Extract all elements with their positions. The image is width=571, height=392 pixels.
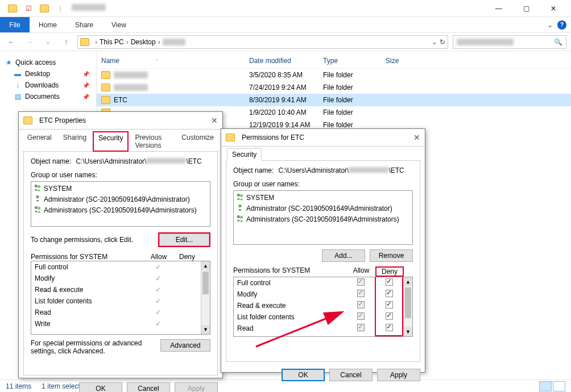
deny-checkbox[interactable] <box>386 301 393 308</box>
user-item[interactable]: Administrator (SC-201905091649\Administr… <box>34 194 208 205</box>
maximize-button[interactable]: ▢ <box>513 1 539 16</box>
allow-mark: ✓ <box>155 286 161 294</box>
tab-sharing[interactable]: Sharing <box>58 131 92 152</box>
user-item[interactable]: SYSTEM <box>34 183 208 194</box>
properties-dialog: ETC Properties ✕ General Sharing Securit… <box>18 111 223 378</box>
user-icon <box>236 193 244 202</box>
close-button[interactable]: ✕ <box>540 1 566 16</box>
up-button[interactable]: ↑ <box>59 35 73 49</box>
edit-button[interactable]: Edit... <box>159 233 209 246</box>
user-icon <box>236 214 244 224</box>
tab-previous-versions[interactable]: Previous Versions <box>130 131 175 152</box>
deny-checkbox[interactable] <box>386 278 393 286</box>
col-type[interactable]: Type <box>318 57 381 65</box>
search-input[interactable]: 🔍 <box>453 35 566 49</box>
tab-customize[interactable]: Customize <box>176 131 219 152</box>
advanced-button[interactable]: Advanced <box>160 339 210 352</box>
history-chevron-icon[interactable]: ⌄ <box>41 35 55 49</box>
cancel-button[interactable]: Cancel <box>127 382 170 392</box>
scrollbar[interactable]: ▲ ▼ <box>201 261 210 334</box>
tab-general[interactable]: General <box>22 131 57 152</box>
permission-row: Read✓ <box>31 307 201 318</box>
user-label: Administrators (SC-201905091649\Administ… <box>44 206 197 214</box>
file-row[interactable]: 7/24/2019 9:24 AMFile folder <box>97 81 571 94</box>
scroll-up-icon[interactable]: ▲ <box>404 277 412 286</box>
close-icon[interactable]: ✕ <box>211 116 218 125</box>
col-name[interactable]: Name ˄ <box>97 57 245 65</box>
documents-icon: ▤ <box>14 93 22 101</box>
view-large-icon[interactable] <box>553 381 565 391</box>
breadcrumb-this-pc[interactable]: This PC <box>100 38 124 46</box>
title-blur <box>72 4 106 11</box>
forward-button[interactable]: → <box>23 35 36 49</box>
help-icon[interactable]: ? <box>557 20 566 30</box>
user-list[interactable]: SYSTEMAdministrator (SC-201905091649\Adm… <box>233 190 413 245</box>
user-item[interactable]: SYSTEM <box>236 192 410 203</box>
deny-header: Deny <box>173 253 201 261</box>
scroll-down-icon[interactable]: ▼ <box>404 327 412 336</box>
tab-view[interactable]: View <box>102 17 135 32</box>
user-list[interactable]: SYSTEMAdministrator (SC-201905091649\Adm… <box>31 181 210 227</box>
permission-label: Write <box>31 320 144 328</box>
scroll-thumb[interactable] <box>405 287 411 318</box>
deny-checkbox[interactable] <box>386 312 393 320</box>
sidebar-item-documents[interactable]: ▤ Documents 📌 <box>6 91 96 102</box>
svg-point-1 <box>38 185 40 188</box>
col-size[interactable]: Size <box>381 57 427 65</box>
allow-checkbox[interactable] <box>357 290 365 297</box>
svg-point-5 <box>237 194 240 197</box>
svg-point-3 <box>35 206 38 209</box>
file-row[interactable]: ETC8/30/2019 9:41 AMFile folder <box>97 94 571 106</box>
group-users-label: Group or user names: <box>31 171 210 179</box>
allow-checkbox[interactable] <box>357 324 365 331</box>
quick-access[interactable]: ★ Quick access <box>6 57 96 68</box>
refresh-icon[interactable]: ↻ <box>440 38 445 46</box>
tab-security[interactable]: Security <box>227 148 262 161</box>
qat-checkbox-icon[interactable]: ☑ <box>24 4 33 13</box>
col-date[interactable]: Date modified <box>245 57 318 65</box>
breadcrumb-blur <box>163 39 185 45</box>
apply-button[interactable]: Apply <box>175 382 218 392</box>
allow-checkbox[interactable] <box>357 278 365 286</box>
deny-checkbox[interactable] <box>386 290 393 297</box>
user-item[interactable]: Administrators (SC-201905091649\Administ… <box>236 214 410 224</box>
close-icon[interactable]: ✕ <box>413 133 420 142</box>
user-item[interactable]: Administrators (SC-201905091649\Administ… <box>34 205 208 215</box>
allow-checkbox[interactable] <box>357 312 365 320</box>
back-button[interactable]: ← <box>5 35 18 49</box>
scroll-thumb[interactable] <box>202 272 209 294</box>
address-bar[interactable]: › This PC › Desktop › ⌄ ↻ <box>77 35 448 49</box>
minimize-button[interactable]: — <box>486 1 512 16</box>
address-dropdown-icon[interactable]: ⌄ <box>432 38 437 46</box>
apply-button[interactable]: Apply <box>377 369 420 381</box>
permission-label: Full control <box>31 263 144 271</box>
object-name-value: C:\Users\Administrator\\ETC <box>278 166 404 174</box>
scroll-down-icon[interactable]: ▼ <box>201 325 210 334</box>
tab-security[interactable]: Security <box>93 131 129 152</box>
permission-label: Modify <box>31 274 144 282</box>
deny-checkbox[interactable] <box>386 324 393 331</box>
ok-button[interactable]: OK <box>282 369 325 381</box>
svg-point-9 <box>240 216 243 219</box>
ok-button[interactable]: OK <box>79 382 122 392</box>
sidebar-item-downloads[interactable]: ↓ Downloads 📌 <box>6 80 96 91</box>
allow-checkbox[interactable] <box>357 301 365 308</box>
allow-mark: ✓ <box>155 320 161 328</box>
cancel-button[interactable]: Cancel <box>329 369 373 381</box>
file-tab[interactable]: File <box>0 17 30 32</box>
qat-folder-icon[interactable] <box>40 4 49 13</box>
file-row[interactable]: 3/5/2020 8:35 AMFile folder <box>97 69 571 81</box>
sidebar-item-desktop[interactable]: ▬ Desktop 📌 <box>6 68 96 80</box>
properties-tabs: General Sharing Security Previous Versio… <box>19 129 222 151</box>
scrollbar[interactable]: ▲ ▼ <box>403 277 412 336</box>
tab-share[interactable]: Share <box>66 17 102 32</box>
tab-home[interactable]: Home <box>30 17 66 32</box>
breadcrumb-desktop[interactable]: Desktop <box>131 38 156 46</box>
ribbon-chevron-icon[interactable]: ⌄ <box>547 21 553 29</box>
add-button[interactable]: Add... <box>322 249 365 262</box>
view-details-icon[interactable] <box>539 381 552 391</box>
scroll-up-icon[interactable]: ▲ <box>201 261 210 270</box>
folder-icon <box>226 134 235 141</box>
remove-button[interactable]: Remove <box>370 249 413 262</box>
user-item[interactable]: Administrator (SC-201905091649\Administr… <box>236 203 410 214</box>
